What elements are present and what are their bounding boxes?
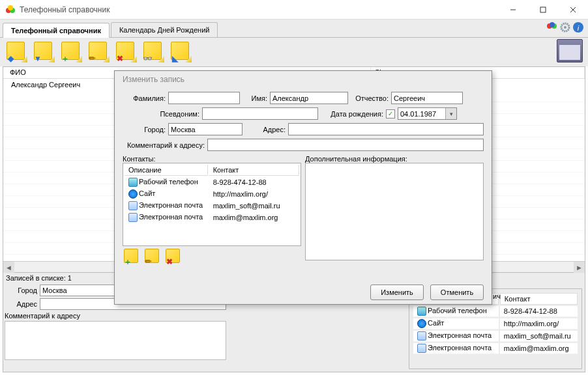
scroll-right-button[interactable]: ► [574,262,585,273]
middlename-label: Отчество: [348,94,391,102]
settings-icon[interactable] [559,21,571,35]
add-note-icon[interactable]: ＋ [61,42,82,62]
svg-rect-4 [540,7,546,12]
firstname-label: Имя: [240,94,270,102]
dob-checkbox[interactable]: ✓ [386,109,395,118]
window-title: Телефонный справочник [20,5,498,14]
address-input[interactable] [288,123,484,135]
nickname-label: Псевдоним: [123,110,202,118]
delete-contact-icon[interactable]: ✖ [166,249,183,266]
maximize-button[interactable] [528,0,558,20]
address-label: Адрес [5,300,37,308]
lastname-input[interactable] [168,92,240,104]
svg-point-11 [564,26,566,29]
middlename-input[interactable] [391,92,463,104]
balloons-icon[interactable] [546,21,558,35]
col-contact[interactable]: Контакт [500,293,578,305]
tab-directory[interactable]: Телефонный справочник [3,23,110,38]
info-row[interactable]: Сайтhttp://maxlim.org/ [413,318,578,329]
close-button[interactable] [558,0,588,20]
address-comment-label: Комментарий к адресу [5,312,226,320]
nickname-input[interactable] [202,107,318,120]
row-name: Александр Сергееич [11,81,80,89]
lastname-label: Фамилия: [123,94,168,102]
contact-row[interactable]: Электронная почтаmaxlim@maxlim.org [125,212,299,223]
extra-info-box[interactable] [305,163,484,260]
globe-icon [417,319,426,328]
save-button[interactable]: Изменить [370,285,424,300]
extra-info-label: Дополнительная информация: [305,155,484,163]
info-row[interactable]: Электронная почтаmaxlim@maxlim.org [413,343,578,354]
city-label: Город [5,286,37,294]
scroll-left-button[interactable]: ◄ [3,262,14,273]
minimize-button[interactable] [498,0,528,20]
find-note-icon[interactable]: 👓 [143,42,164,62]
delete-note-icon[interactable]: ✖ [116,42,137,62]
phone-icon [417,307,426,316]
mail-icon [128,201,138,210]
app-icon [5,5,16,15]
mail-icon [417,331,426,340]
col-contact[interactable]: Контакт [209,165,299,176]
calendar-icon[interactable] [557,39,583,62]
phone-icon [128,178,138,187]
dob-field[interactable]: ▾ [398,107,457,120]
overflow-text: ич [493,292,501,300]
contacts-list[interactable]: ОписаниеКонтакт Рабочий телефон8-928-474… [123,163,301,246]
col-desc[interactable]: Описание [125,165,208,176]
edit-record-dialog: Изменить запись Фамилия: Имя: Отчество: … [114,70,492,305]
svg-point-9 [550,22,555,27]
funnel-note-icon[interactable]: ▼ [34,42,55,62]
svg-point-2 [8,5,13,10]
mail-icon [128,213,138,222]
main-tabs: Телефонный справочник Календарь Дней Рож… [0,20,588,38]
cancel-button[interactable]: Отменить [430,285,484,300]
edit-note-icon[interactable]: ✎ [89,42,110,62]
dob-input[interactable] [398,109,445,118]
address-comment-box[interactable] [5,321,226,360]
firstname-input[interactable] [270,92,348,104]
calendar-dropdown-icon[interactable]: ▾ [445,108,456,119]
mail-icon [417,344,426,353]
globe-icon [128,189,138,199]
address-label: Адрес: [243,126,288,133]
info-row[interactable]: Рабочий телефон8-928-474-12-88 [413,306,578,317]
contact-row[interactable]: Электронная почтаmaxlim_soft@mail.ru [125,201,299,211]
info-icon[interactable]: i [572,21,584,35]
filter-note-icon[interactable]: ◆ [7,42,27,62]
add-contact-icon[interactable]: ＋ [124,249,141,266]
toolbar: ◆ ▼ ＋ ✎ ✖ 👓 ◣ [0,38,588,66]
contact-row[interactable]: Сайтhttp://maxlim.org/ [125,189,299,199]
addrcomment-label: Комментарий к адресу: [123,141,207,149]
tab-calendar[interactable]: Календарь Дней Рождений [111,22,218,37]
contacts-label: Контакты: [123,155,301,163]
dob-label: Дата рождения: [318,110,386,118]
tag-note-icon[interactable]: ◣ [171,42,192,62]
info-row[interactable]: Электронная почтаmaxlim_soft@mail.ru [413,331,578,342]
addrcomment-input[interactable] [207,139,484,151]
city-input[interactable] [168,123,243,135]
dialog-title: Изменить запись [115,71,492,88]
contact-row[interactable]: Рабочий телефон8-928-474-12-88 [125,177,299,188]
edit-contact-icon[interactable]: ✎ [145,249,162,266]
city-label: Город: [123,126,168,133]
titlebar: Телефонный справочник [0,0,588,20]
